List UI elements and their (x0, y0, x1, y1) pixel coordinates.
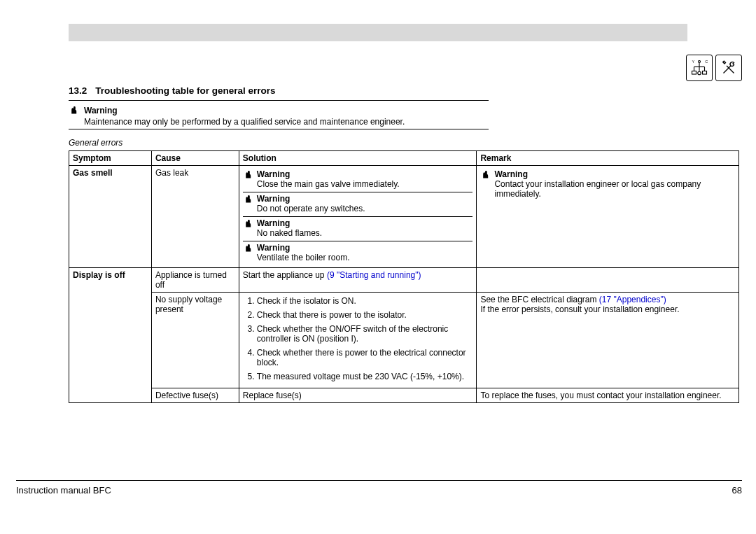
warning-text: Do not operate any switches. (257, 204, 365, 213)
cell-remark (477, 268, 739, 293)
cell-solution: Start the appliance up (9 "Starting and … (239, 268, 477, 293)
cell-remark: To replace the fuses, you must contact y… (477, 388, 739, 403)
warning-label: Warning (84, 106, 118, 115)
cell-cause: No supply voltage present (151, 293, 239, 388)
table-caption: General errors (69, 138, 739, 148)
table-row: Display is off Appliance is turned off S… (69, 268, 739, 293)
cell-solution: WarningClose the main gas valve immediat… (239, 166, 477, 268)
warning-label: Warning (494, 169, 528, 179)
cross-reference-link[interactable]: (17 "Appendices") (599, 295, 666, 304)
solution-text: Start the appliance up (243, 270, 327, 280)
divider (69, 129, 489, 129)
warning-label: Warning (257, 169, 290, 179)
svg-point-8 (698, 71, 701, 75)
list-item: Check if the isolator is ON. (257, 296, 473, 306)
cross-reference-link[interactable]: (9 "Starting and running") (327, 270, 421, 280)
th-solution: Solution (239, 151, 477, 166)
errors-table: Symptom Cause Solution Remark Gas smell … (69, 150, 739, 403)
hand-warning-icon (69, 105, 78, 115)
cell-symptom: Gas smell (69, 166, 152, 268)
svg-rect-6 (703, 71, 707, 75)
footer-title: Instruction manual BFC (16, 485, 111, 496)
hand-warning-icon (243, 243, 253, 253)
page-footer: Instruction manual BFC 68 (16, 480, 742, 496)
cell-solution: Replace fuse(s) (239, 388, 477, 403)
cell-cause: Defective fuse(s) (151, 388, 239, 403)
th-symptom: Symptom (69, 151, 152, 166)
table-row: Gas smell Gas leak WarningClose the main… (69, 166, 739, 268)
hand-warning-icon (480, 169, 490, 179)
svg-text:C: C (705, 59, 708, 64)
table-header-row: Symptom Cause Solution Remark (69, 151, 739, 166)
warning-text: Maintenance may only be performed by a q… (84, 117, 405, 127)
hand-warning-icon (243, 194, 253, 204)
tools-icon (715, 55, 742, 81)
hand-warning-icon (243, 218, 253, 228)
list-item: The measured voltage must be 230 VAC (-1… (257, 372, 473, 381)
cell-cause: Appliance is turned off (151, 268, 239, 293)
cell-solution: Check if the isolator is ON. Check that … (239, 293, 477, 388)
warning-text: Contact your installation engineer or lo… (494, 179, 701, 199)
list-item: Check whether there is power to the elec… (257, 348, 473, 367)
warning-label: Warning (257, 243, 290, 253)
cell-remark: See the BFC electrical diagram (17 "Appe… (477, 293, 739, 388)
section-number: 13.2 (69, 85, 87, 96)
warning-text: No naked flames. (257, 228, 322, 238)
remark-text: See the BFC electrical diagram (480, 295, 598, 304)
th-remark: Remark (477, 151, 739, 166)
hand-warning-icon (243, 169, 253, 179)
cell-remark: WarningContact your installation enginee… (477, 166, 739, 268)
table-row: No supply voltage present Check if the i… (69, 293, 739, 388)
table-row: Defective fuse(s) Replace fuse(s) To rep… (69, 388, 739, 403)
header-bar (69, 24, 687, 41)
warning-label: Warning (257, 218, 290, 228)
warning-text: Close the main gas valve immediately. (257, 179, 400, 189)
section-heading: 13.2 Troubleshooting table for general e… (69, 85, 489, 101)
svg-text:Y: Y (692, 59, 695, 64)
page-number: 68 (732, 485, 742, 496)
cell-cause: Gas leak (151, 166, 239, 268)
svg-rect-5 (692, 71, 696, 75)
section-title: Troubleshooting table for general errors (95, 85, 275, 96)
top-warning: Warning Maintenance may only be performe… (69, 101, 489, 127)
list-item: Check that there is power to the isolato… (257, 310, 473, 320)
diagram-icon: Y C (686, 55, 713, 81)
solution-steps: Check if the isolator is ON. Check that … (243, 296, 473, 381)
list-item: Check whether the ON/OFF switch of the e… (257, 324, 473, 344)
remark-text: If the error persists, consult your inst… (480, 304, 679, 314)
svg-point-0 (699, 61, 701, 63)
th-cause: Cause (151, 151, 239, 166)
warning-label: Warning (257, 194, 290, 204)
cell-symptom: Display is off (69, 268, 152, 403)
warning-text: Ventilate the boiler room. (257, 253, 350, 262)
header-icons: Y C (686, 55, 742, 81)
